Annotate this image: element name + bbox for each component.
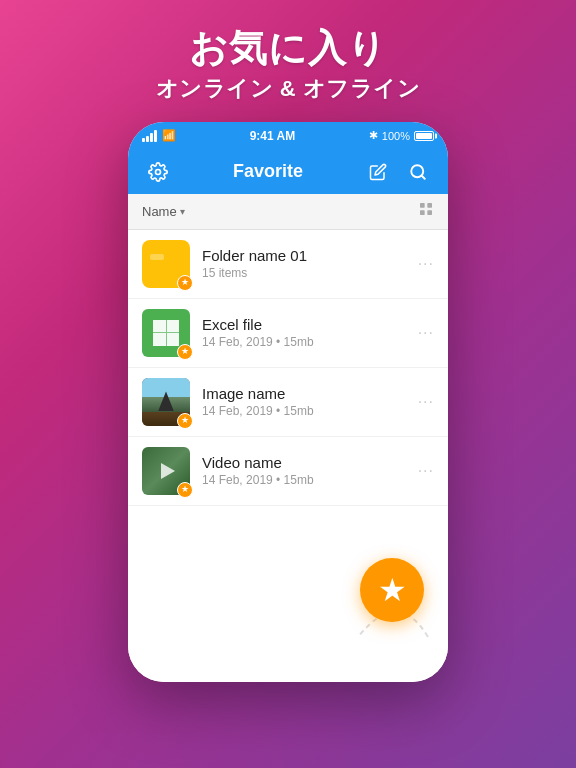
svg-line-2 (421, 175, 424, 178)
signal-icon (142, 130, 157, 142)
excel-meta: 14 Feb, 2019 • 15mb (202, 335, 418, 349)
battery-icon (414, 131, 434, 141)
excel-info: Excel file 14 Feb, 2019 • 15mb (202, 316, 418, 349)
folder-info: Folder name 01 15 items (202, 247, 418, 280)
hero-subtitle: オンライン & オフライン (156, 74, 421, 104)
video-thumbnail: ★ (142, 447, 190, 495)
list-item[interactable]: ★ Folder name 01 15 items ··· (128, 230, 448, 299)
excel-more-button[interactable]: ··· (418, 324, 434, 342)
video-info: Video name 14 Feb, 2019 • 15mb (202, 454, 418, 487)
image-thumbnail: ★ (142, 378, 190, 426)
settings-button[interactable] (142, 156, 174, 188)
video-more-button[interactable]: ··· (418, 462, 434, 480)
svg-point-0 (156, 169, 161, 174)
nav-title: Favorite (233, 161, 303, 182)
hero-section: お気に入り オンライン & オフライン (136, 0, 441, 122)
svg-rect-8 (150, 254, 164, 260)
image-name: Image name (202, 385, 418, 402)
image-meta: 14 Feb, 2019 • 15mb (202, 404, 418, 418)
list-item[interactable]: ★ Image name 14 Feb, 2019 • 15mb ··· (128, 368, 448, 437)
svg-rect-3 (420, 203, 425, 208)
excel-name: Excel file (202, 316, 418, 333)
bluetooth-icon: ✱ (369, 129, 378, 142)
folder-more-button[interactable]: ··· (418, 255, 434, 273)
favorite-star-badge: ★ (177, 482, 193, 498)
favorite-star-badge: ★ (177, 344, 193, 360)
favorite-star-badge: ★ (177, 275, 193, 291)
phone-frame: 📶 9:41 AM ✱ 100% Favorite (128, 122, 448, 682)
hero-title: お気に入り (156, 28, 421, 70)
play-icon (161, 463, 175, 479)
svg-rect-6 (427, 211, 432, 216)
battery-percent: 100% (382, 130, 410, 142)
nav-actions (362, 156, 434, 188)
favorite-star-badge: ★ (177, 413, 193, 429)
search-button[interactable] (402, 156, 434, 188)
favorite-fab-button[interactable]: ★ (360, 558, 424, 622)
edit-button[interactable] (362, 156, 394, 188)
list-item[interactable]: ★ Video name 14 Feb, 2019 • 15mb ··· (128, 437, 448, 506)
wifi-icon: 📶 (162, 129, 176, 142)
video-name: Video name (202, 454, 418, 471)
svg-rect-5 (420, 211, 425, 216)
status-bar: 📶 9:41 AM ✱ 100% (128, 122, 448, 150)
svg-rect-4 (427, 203, 432, 208)
file-list: ★ Folder name 01 15 items ··· (128, 230, 448, 682)
nav-bar: Favorite (128, 150, 448, 194)
image-info: Image name 14 Feb, 2019 • 15mb (202, 385, 418, 418)
status-time: 9:41 AM (250, 129, 296, 143)
sort-bar: Name ▾ (128, 194, 448, 230)
sort-arrow-icon: ▾ (180, 206, 185, 217)
sort-label[interactable]: Name ▾ (142, 204, 185, 219)
status-left: 📶 (142, 129, 176, 142)
star-icon: ★ (378, 574, 407, 606)
image-more-button[interactable]: ··· (418, 393, 434, 411)
folder-name: Folder name 01 (202, 247, 418, 264)
grid-view-button[interactable] (418, 201, 434, 221)
list-item[interactable]: ★ Excel file 14 Feb, 2019 • 15mb ··· (128, 299, 448, 368)
excel-thumbnail: ★ (142, 309, 190, 357)
status-right: ✱ 100% (369, 129, 434, 142)
folder-meta: 15 items (202, 266, 418, 280)
video-meta: 14 Feb, 2019 • 15mb (202, 473, 418, 487)
folder-thumbnail: ★ (142, 240, 190, 288)
